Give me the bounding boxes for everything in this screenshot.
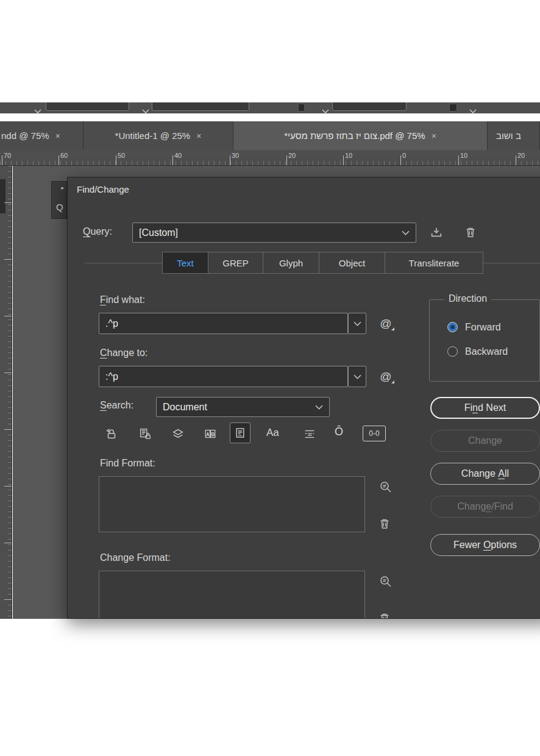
change-format-label: Change Format: (100, 552, 171, 563)
ruler-number: 30 (232, 152, 239, 159)
group-border (85, 263, 162, 263)
flyout-arrow-icon: ▸ (61, 185, 64, 191)
specify-change-attributes-icon[interactable] (377, 573, 394, 590)
toolbar-dropdown-fragment[interactable] (46, 102, 129, 111)
change-find-button[interactable]: Change/Find (430, 496, 540, 518)
toolbar-icon-fragment[interactable] (298, 104, 305, 112)
horizontal-ruler: 70 60 50 40 30 20 10 0 10 20 (0, 150, 540, 166)
include-hidden-layers-icon[interactable] (169, 425, 187, 443)
panel-dock-edge (0, 179, 5, 213)
vertical-ruler (0, 166, 12, 619)
include-locked-layers-icon[interactable] (102, 425, 121, 443)
change-button[interactable]: Change (430, 430, 540, 452)
change-to-history-dropdown[interactable] (348, 366, 366, 387)
kashida-sensitive-icon[interactable]: Ō (335, 426, 343, 438)
flyout-corner-icon (391, 327, 394, 330)
ruler-number: 0 (402, 152, 406, 159)
query-value: [Custom] (139, 227, 178, 238)
change-to-input[interactable]: :^p (99, 366, 348, 387)
panel-fragment[interactable]: ▸ Q (51, 181, 67, 219)
find-what-history-dropdown[interactable] (348, 313, 366, 334)
document-tab[interactable]: ndd @ 75% × (0, 121, 83, 150)
ruler-number: 40 (174, 152, 182, 159)
find-what-value: .^p (105, 318, 118, 329)
toolbar-icon-fragment[interactable] (449, 104, 457, 112)
ruler-number: 60 (60, 152, 68, 159)
document-tab[interactable]: ב ושוב (488, 121, 540, 150)
specify-find-attributes-icon[interactable] (377, 479, 394, 496)
chevron-down-icon[interactable] (34, 105, 41, 113)
screenshot-root: ndd @ 75% × *Untitled-1 @ 25% × *צום יז … (0, 0, 540, 756)
special-characters-menu-icon[interactable]: @ (375, 315, 396, 332)
include-locked-stories-icon[interactable] (136, 425, 154, 443)
tab-transliterate[interactable]: Transliterate (385, 252, 483, 273)
ruler-number: 20 (517, 152, 525, 159)
direction-forward-radio[interactable] (447, 322, 458, 332)
case-sensitive-icon[interactable]: Aa (266, 427, 279, 439)
direction-group (429, 299, 540, 382)
toolbar-fragment (0, 102, 540, 113)
close-icon[interactable]: × (432, 132, 436, 140)
special-characters-menu-icon[interactable]: @ (375, 368, 396, 385)
find-format-label: Find Format: (100, 458, 155, 469)
clear-change-format-trash-icon[interactable] (376, 610, 393, 619)
panel-fragment-letter: Q (56, 202, 63, 212)
close-icon[interactable]: × (55, 132, 60, 140)
tab-grep[interactable]: GREP (208, 252, 263, 273)
tab-object[interactable]: Object (319, 252, 385, 273)
clear-find-format-trash-icon[interactable] (376, 515, 393, 532)
direction-forward-label[interactable]: Forward (465, 322, 501, 333)
whole-word-icon[interactable] (300, 425, 319, 443)
search-mode-tabs: Text GREP Glyph Object Transliterate (162, 252, 483, 274)
ruler-number: 10 (345, 152, 352, 159)
change-format-box[interactable] (99, 571, 365, 619)
close-icon[interactable]: × (196, 132, 201, 140)
document-tab-label: *צום יז בתוז פרשת מסעי.pdf @ 75% (284, 130, 425, 141)
change-to-value: :^p (105, 371, 118, 382)
search-scope-label: Search: (100, 400, 133, 411)
include-master-pages-icon[interactable] (201, 425, 219, 443)
find-what-label: Find what: (100, 294, 145, 305)
find-next-button[interactable]: Find Next (430, 397, 540, 419)
chevron-down-icon[interactable] (469, 105, 477, 113)
ruler-number: 20 (288, 152, 296, 159)
query-label: Query: (83, 226, 112, 237)
direction-label: Direction (444, 293, 491, 304)
document-tab[interactable]: *צום יז בתוז פרשת מסעי.pdf @ 75% × (233, 121, 488, 150)
ruler-minor-ticks (0, 161, 540, 165)
diacritic-positions-icon[interactable]: 0-0 (363, 426, 386, 441)
ruler-number: 50 (118, 152, 125, 159)
change-to-label: Change to: (100, 348, 147, 358)
save-query-icon[interactable] (428, 224, 444, 241)
find-what-input[interactable]: .^p (99, 313, 348, 334)
group-border (482, 263, 540, 263)
document-tab-label: *Untitled-1 @ 25% (115, 130, 191, 141)
find-change-dialog: Find/Change Query: [Custom] Text GREP Gl… (67, 177, 540, 619)
document-tab[interactable]: *Untitled-1 @ 25% × (83, 121, 233, 150)
tab-glyph[interactable]: Glyph (263, 252, 319, 273)
ruler-number: 10 (460, 152, 467, 159)
find-format-box[interactable] (99, 476, 365, 532)
dialog-title: Find/Change (77, 184, 129, 194)
toolbar-dropdown-fragment[interactable] (332, 102, 407, 111)
ruler-number: 70 (4, 152, 11, 159)
toolbar-dropdown-fragment[interactable] (152, 102, 249, 111)
include-footnotes-icon[interactable] (230, 423, 250, 443)
chevron-down-icon[interactable] (142, 105, 149, 113)
tab-text[interactable]: Text (163, 252, 208, 273)
delete-query-trash-icon[interactable] (463, 224, 478, 241)
flyout-corner-icon (391, 380, 394, 383)
fewer-options-button[interactable]: Fewer Options (430, 534, 540, 556)
direction-backward-label[interactable]: Backward (465, 346, 508, 357)
chevron-down-icon[interactable] (315, 405, 323, 410)
direction-backward-radio[interactable] (447, 346, 458, 357)
document-tab-label: ב ושוב (496, 130, 521, 141)
change-all-button[interactable]: Change All (430, 463, 540, 485)
chevron-down-icon[interactable] (402, 230, 410, 235)
search-scope-value: Document (163, 402, 207, 413)
query-dropdown[interactable]: [Custom] (132, 223, 416, 243)
search-scope-dropdown[interactable]: Document (156, 397, 330, 417)
document-tab-label: ndd @ 75% (1, 130, 49, 141)
document-tab-bar: ndd @ 75% × *Untitled-1 @ 25% × *צום יז … (0, 121, 540, 150)
chevron-down-icon[interactable] (322, 105, 329, 113)
